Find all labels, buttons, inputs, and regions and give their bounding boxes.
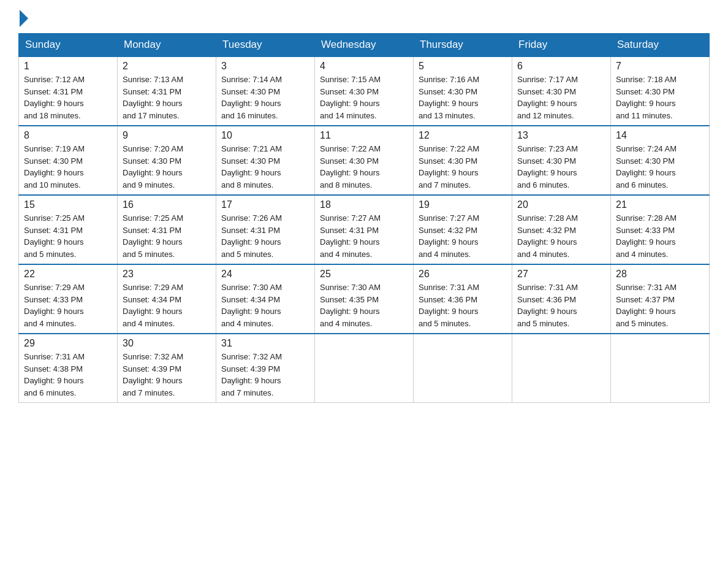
header-friday: Friday xyxy=(512,34,611,57)
day-number: 26 xyxy=(419,269,507,280)
day-info: Sunrise: 7:27 AMSunset: 4:31 PMDaylight:… xyxy=(320,213,381,259)
day-info: Sunrise: 7:15 AMSunset: 4:30 PMDaylight:… xyxy=(320,75,381,120)
day-number: 9 xyxy=(123,130,211,141)
calendar-cell: 15 Sunrise: 7:25 AMSunset: 4:31 PMDaylig… xyxy=(19,195,118,264)
week-row-5: 29 Sunrise: 7:31 AMSunset: 4:38 PMDaylig… xyxy=(19,334,710,403)
day-info: Sunrise: 7:23 AMSunset: 4:30 PMDaylight:… xyxy=(517,144,578,190)
day-info: Sunrise: 7:28 AMSunset: 4:32 PMDaylight:… xyxy=(517,213,578,259)
day-info: Sunrise: 7:31 AMSunset: 4:37 PMDaylight:… xyxy=(616,283,677,328)
day-info: Sunrise: 7:16 AMSunset: 4:30 PMDaylight:… xyxy=(419,75,479,120)
day-number: 17 xyxy=(221,199,309,210)
day-number: 18 xyxy=(320,199,408,210)
day-number: 5 xyxy=(419,61,507,72)
calendar-cell: 2 Sunrise: 7:13 AMSunset: 4:31 PMDayligh… xyxy=(118,56,216,126)
day-info: Sunrise: 7:12 AMSunset: 4:31 PMDaylight:… xyxy=(24,75,85,120)
day-number: 27 xyxy=(517,269,605,280)
calendar-cell: 9 Sunrise: 7:20 AMSunset: 4:30 PMDayligh… xyxy=(118,126,216,195)
calendar-cell: 5 Sunrise: 7:16 AMSunset: 4:30 PMDayligh… xyxy=(414,56,512,126)
day-number: 4 xyxy=(320,61,408,72)
day-number: 10 xyxy=(221,130,309,141)
day-info: Sunrise: 7:21 AMSunset: 4:30 PMDaylight:… xyxy=(221,144,282,190)
day-number: 16 xyxy=(123,199,211,210)
calendar-cell: 11 Sunrise: 7:22 AMSunset: 4:30 PMDaylig… xyxy=(315,126,414,195)
header-thursday: Thursday xyxy=(414,34,512,57)
calendar-cell: 1 Sunrise: 7:12 AMSunset: 4:31 PMDayligh… xyxy=(19,56,118,126)
day-number: 28 xyxy=(616,269,704,280)
logo xyxy=(18,12,28,22)
calendar-cell: 18 Sunrise: 7:27 AMSunset: 4:31 PMDaylig… xyxy=(315,195,414,264)
calendar-cell: 10 Sunrise: 7:21 AMSunset: 4:30 PMDaylig… xyxy=(216,126,315,195)
calendar-cell: 14 Sunrise: 7:24 AMSunset: 4:30 PMDaylig… xyxy=(611,126,710,195)
day-number: 1 xyxy=(24,61,112,72)
calendar-cell: 31 Sunrise: 7:32 AMSunset: 4:39 PMDaylig… xyxy=(216,334,315,403)
calendar-cell: 25 Sunrise: 7:30 AMSunset: 4:35 PMDaylig… xyxy=(315,264,414,334)
calendar-cell: 19 Sunrise: 7:27 AMSunset: 4:32 PMDaylig… xyxy=(414,195,512,264)
day-number: 25 xyxy=(320,269,408,280)
day-info: Sunrise: 7:31 AMSunset: 4:38 PMDaylight:… xyxy=(24,352,85,397)
day-number: 15 xyxy=(24,199,112,210)
day-info: Sunrise: 7:24 AMSunset: 4:30 PMDaylight:… xyxy=(616,144,677,190)
day-info: Sunrise: 7:18 AMSunset: 4:30 PMDaylight:… xyxy=(616,75,677,120)
day-info: Sunrise: 7:27 AMSunset: 4:32 PMDaylight:… xyxy=(419,213,479,259)
calendar-cell: 26 Sunrise: 7:31 AMSunset: 4:36 PMDaylig… xyxy=(414,264,512,334)
calendar-cell: 3 Sunrise: 7:14 AMSunset: 4:30 PMDayligh… xyxy=(216,56,315,126)
day-number: 24 xyxy=(221,269,309,280)
day-number: 7 xyxy=(616,61,704,72)
calendar-cell: 30 Sunrise: 7:32 AMSunset: 4:39 PMDaylig… xyxy=(118,334,216,403)
day-info: Sunrise: 7:29 AMSunset: 4:33 PMDaylight:… xyxy=(24,283,85,328)
week-row-2: 8 Sunrise: 7:19 AMSunset: 4:30 PMDayligh… xyxy=(19,126,710,195)
day-info: Sunrise: 7:29 AMSunset: 4:34 PMDaylight:… xyxy=(123,283,183,328)
day-number: 20 xyxy=(517,199,605,210)
calendar-cell: 20 Sunrise: 7:28 AMSunset: 4:32 PMDaylig… xyxy=(512,195,611,264)
day-info: Sunrise: 7:28 AMSunset: 4:33 PMDaylight:… xyxy=(616,213,677,259)
calendar-cell: 8 Sunrise: 7:19 AMSunset: 4:30 PMDayligh… xyxy=(19,126,118,195)
page-header xyxy=(18,12,710,22)
day-number: 11 xyxy=(320,130,408,141)
calendar-cell: 28 Sunrise: 7:31 AMSunset: 4:37 PMDaylig… xyxy=(611,264,710,334)
calendar-cell: 16 Sunrise: 7:25 AMSunset: 4:31 PMDaylig… xyxy=(118,195,216,264)
day-number: 8 xyxy=(24,130,112,141)
day-number: 31 xyxy=(221,338,309,349)
header-monday: Monday xyxy=(118,34,216,57)
calendar-cell: 23 Sunrise: 7:29 AMSunset: 4:34 PMDaylig… xyxy=(118,264,216,334)
day-number: 19 xyxy=(419,199,507,210)
day-info: Sunrise: 7:31 AMSunset: 4:36 PMDaylight:… xyxy=(517,283,578,328)
calendar-cell: 24 Sunrise: 7:30 AMSunset: 4:34 PMDaylig… xyxy=(216,264,315,334)
calendar-cell: 29 Sunrise: 7:31 AMSunset: 4:38 PMDaylig… xyxy=(19,334,118,403)
day-info: Sunrise: 7:13 AMSunset: 4:31 PMDaylight:… xyxy=(123,75,183,120)
day-info: Sunrise: 7:31 AMSunset: 4:36 PMDaylight:… xyxy=(419,283,479,328)
day-info: Sunrise: 7:22 AMSunset: 4:30 PMDaylight:… xyxy=(320,144,381,190)
day-info: Sunrise: 7:26 AMSunset: 4:31 PMDaylight:… xyxy=(221,213,282,259)
day-info: Sunrise: 7:30 AMSunset: 4:34 PMDaylight:… xyxy=(221,283,282,328)
day-number: 21 xyxy=(616,199,704,210)
calendar-header-row: SundayMondayTuesdayWednesdayThursdayFrid… xyxy=(19,34,710,57)
day-info: Sunrise: 7:32 AMSunset: 4:39 PMDaylight:… xyxy=(221,352,282,397)
logo-arrow-icon xyxy=(20,10,28,27)
week-row-4: 22 Sunrise: 7:29 AMSunset: 4:33 PMDaylig… xyxy=(19,264,710,334)
calendar-cell xyxy=(414,334,512,403)
header-sunday: Sunday xyxy=(19,34,118,57)
day-number: 13 xyxy=(517,130,605,141)
day-info: Sunrise: 7:25 AMSunset: 4:31 PMDaylight:… xyxy=(123,213,183,259)
calendar-cell: 21 Sunrise: 7:28 AMSunset: 4:33 PMDaylig… xyxy=(611,195,710,264)
calendar-cell: 12 Sunrise: 7:22 AMSunset: 4:30 PMDaylig… xyxy=(414,126,512,195)
calendar-cell: 17 Sunrise: 7:26 AMSunset: 4:31 PMDaylig… xyxy=(216,195,315,264)
day-number: 30 xyxy=(123,338,211,349)
calendar-cell: 22 Sunrise: 7:29 AMSunset: 4:33 PMDaylig… xyxy=(19,264,118,334)
day-number: 23 xyxy=(123,269,211,280)
header-wednesday: Wednesday xyxy=(315,34,414,57)
header-saturday: Saturday xyxy=(611,34,710,57)
header-tuesday: Tuesday xyxy=(216,34,315,57)
day-number: 12 xyxy=(419,130,507,141)
day-info: Sunrise: 7:19 AMSunset: 4:30 PMDaylight:… xyxy=(24,144,85,190)
day-info: Sunrise: 7:25 AMSunset: 4:31 PMDaylight:… xyxy=(24,213,85,259)
day-info: Sunrise: 7:30 AMSunset: 4:35 PMDaylight:… xyxy=(320,283,381,328)
calendar-cell: 7 Sunrise: 7:18 AMSunset: 4:30 PMDayligh… xyxy=(611,56,710,126)
calendar-cell: 4 Sunrise: 7:15 AMSunset: 4:30 PMDayligh… xyxy=(315,56,414,126)
day-info: Sunrise: 7:17 AMSunset: 4:30 PMDaylight:… xyxy=(517,75,578,120)
day-number: 3 xyxy=(221,61,309,72)
calendar-cell: 6 Sunrise: 7:17 AMSunset: 4:30 PMDayligh… xyxy=(512,56,611,126)
calendar-cell xyxy=(512,334,611,403)
day-info: Sunrise: 7:14 AMSunset: 4:30 PMDaylight:… xyxy=(221,75,282,120)
day-info: Sunrise: 7:22 AMSunset: 4:30 PMDaylight:… xyxy=(419,144,479,190)
